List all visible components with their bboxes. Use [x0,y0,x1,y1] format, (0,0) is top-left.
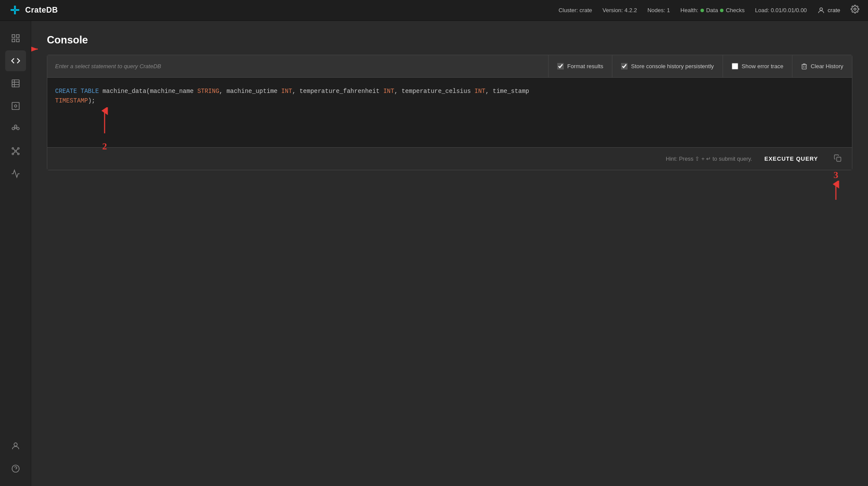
store-history-checkbox[interactable] [621,63,628,69]
app-name: CrateDB [25,6,58,15]
svg-rect-32 [802,65,806,69]
console-toolbar: Enter a select statement to query CrateD… [47,55,852,78]
svg-point-19 [12,148,13,149]
svg-point-18 [15,150,16,152]
health-data-label: Data [706,7,718,13]
load-info: Load: 0.01/0.01/0.00 [755,7,807,13]
sidebar-item-views[interactable] [5,96,26,116]
nodes-info: Nodes: 1 [648,7,670,13]
main-layout: 1 Console Enter a select statement to qu… [0,21,868,486]
svg-point-11 [14,105,17,107]
health-checks-dot [720,9,723,12]
format-results-option[interactable]: Format results [549,55,612,77]
gear-icon [851,5,859,13]
topbar-logo-area: ✛ CrateDB [9,4,58,17]
page-title: Console [47,34,852,46]
svg-point-1 [854,8,856,10]
sidebar-item-network[interactable] [5,141,26,162]
svg-point-27 [14,443,17,446]
store-history-option[interactable]: Store console history persistently [612,55,723,77]
format-results-checkbox[interactable] [557,63,564,69]
clear-history-label: Clear History [811,63,843,69]
svg-rect-2 [12,35,14,37]
user-icon [817,7,825,14]
annotation-number-3: 3 [834,169,838,181]
version-info: Version: 4.2.2 [602,7,637,13]
svg-point-21 [12,153,13,155]
gear-button[interactable] [851,5,859,16]
annotation-arrow-1 [31,44,41,54]
annotation-3: 3 [831,169,841,202]
sidebar [0,21,31,486]
user-menu[interactable]: crate [817,7,840,14]
code-line-1: CREATE TABLE machine_data(machine_name S… [55,86,844,96]
svg-rect-3 [16,35,19,37]
annotation-arrow-2 [99,107,110,138]
console-panel: Enter a select statement to query CrateD… [47,55,852,170]
health-info: Health: Data Checks [681,7,745,13]
show-error-trace-option[interactable]: Show error trace [723,55,792,77]
svg-point-22 [17,153,19,155]
execute-bar: Hint: Press ⇧ + ↵ to submit query. EXECU… [47,147,852,170]
svg-rect-4 [12,39,14,42]
svg-line-25 [13,152,15,153]
health-label: Health: [681,7,698,13]
topbar: ✛ CrateDB Cluster: crate Version: 4.2.2 … [0,0,868,21]
sidebar-item-console[interactable] [5,50,26,71]
show-error-trace-label: Show error trace [742,63,783,69]
code-line-2: TIMESTAMP); [55,96,844,106]
annotation-arrow-3 [831,181,841,202]
svg-line-23 [13,149,15,150]
svg-rect-10 [12,102,19,110]
annotation-1: 1 [31,43,41,55]
store-history-label: Store console history persistently [631,63,714,69]
svg-rect-6 [12,80,19,87]
annotation-2: 2 [99,107,110,154]
hint-text: Hint: Press ⇧ + ↵ to submit query. [666,155,752,162]
svg-rect-37 [837,157,841,161]
format-results-label: Format results [567,63,603,69]
show-error-trace-checkbox[interactable] [732,63,738,69]
logo-icon: ✛ [9,4,21,17]
console-placeholder-text: Enter a select statement to query CrateD… [47,63,548,69]
copy-button[interactable] [830,152,845,165]
copy-icon [834,154,842,162]
health-data-dot [700,9,704,12]
topbar-info: Cluster: crate Version: 4.2.2 Nodes: 1 H… [559,5,859,16]
cluster-info: Cluster: crate [559,7,592,13]
health-checks-label: Checks [726,7,744,13]
clear-history-button[interactable]: Clear History [792,55,852,77]
svg-line-26 [16,152,17,153]
svg-point-0 [820,8,822,10]
sidebar-item-monitoring[interactable] [5,163,26,184]
execute-query-button[interactable]: EXECUTE QUERY [757,152,825,165]
main-content: 1 Console Enter a select statement to qu… [31,21,868,486]
svg-rect-5 [16,39,19,42]
logo-cross-symbol: ✛ [10,5,20,16]
sidebar-item-tables[interactable] [5,73,26,94]
trash-icon [801,63,807,70]
sidebar-item-overview[interactable] [5,28,26,49]
svg-point-20 [17,148,19,149]
svg-line-24 [16,149,17,150]
console-editor[interactable]: CREATE TABLE machine_data(machine_name S… [47,78,852,147]
svg-point-28 [12,465,19,473]
user-label: crate [828,7,840,13]
sidebar-item-cluster[interactable] [5,118,26,139]
sidebar-item-help[interactable] [5,458,26,479]
sidebar-item-users[interactable] [5,436,26,456]
